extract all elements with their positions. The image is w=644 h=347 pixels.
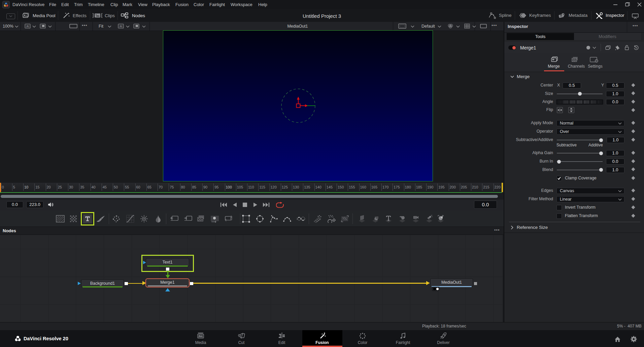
svg-text:A: A [120, 25, 122, 28]
svg-text:A: A [27, 25, 29, 28]
